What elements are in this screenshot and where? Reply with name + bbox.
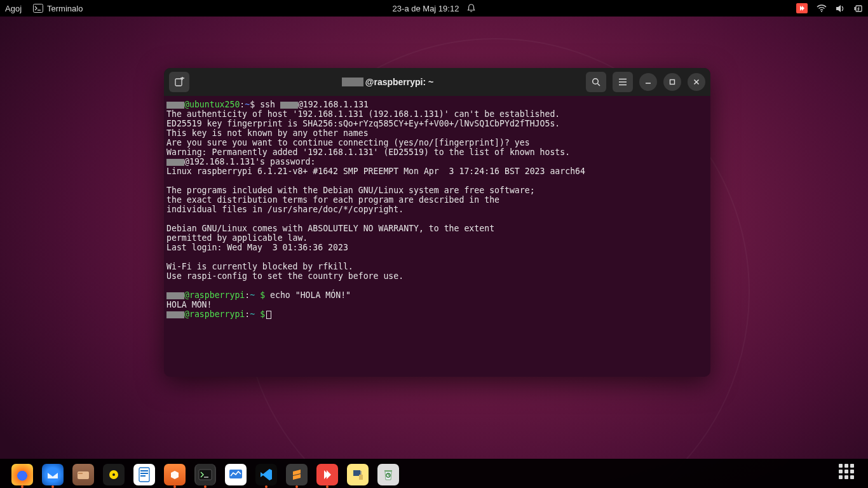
notification-bell-icon[interactable] [466,4,475,13]
rhythmbox-icon [103,464,125,485]
dock-item-software[interactable] [164,464,186,485]
clock[interactable]: 23-a de Maj 19:12 [393,4,459,13]
redacted-user [166,292,184,299]
anydesk-icon [316,464,338,485]
svg-rect-15 [670,80,675,85]
dock-item-firefox[interactable] [11,464,33,485]
cursor [266,311,271,319]
svg-rect-24 [140,473,148,474]
putty-icon [347,464,369,485]
running-indicator [21,485,24,488]
terminal-window: @raspberrypi: ~ @ubuntux250:~$ ssh @192.… [164,68,710,377]
svg-rect-30 [359,475,363,480]
svg-rect-19 [78,473,83,474]
svg-rect-6 [175,79,182,86]
minimize-icon [644,78,652,86]
dock [11,464,399,485]
thunderbird-icon [42,464,64,485]
app-menu-label: Terminalo [47,4,83,13]
running-indicator [173,485,176,488]
redacted-user [280,102,298,109]
new-tab-button[interactable] [169,72,189,92]
dock-item-putty[interactable] [347,464,369,485]
svg-rect-22 [139,468,149,482]
search-icon [592,78,601,87]
svg-rect-0 [34,4,43,13]
dock-item-thunderbird[interactable] [42,464,64,485]
dock-item-trash[interactable] [377,464,399,485]
files-icon [72,464,94,485]
svg-point-3 [821,11,822,12]
power-icon[interactable] [854,4,863,13]
terminal-icon [196,464,215,485]
hamburger-icon [618,78,627,86]
svg-rect-23 [140,470,148,471]
maximize-button[interactable] [663,73,681,91]
svg-point-21 [112,473,115,476]
terminal-icon [33,4,43,13]
sublime-icon [286,464,308,485]
dock-item-rhythmbox[interactable] [103,464,125,485]
running-indicator [295,485,298,488]
menu-button[interactable] [613,72,633,92]
running-indicator [51,485,54,488]
running-indicator [204,485,207,488]
minimize-button[interactable] [639,73,657,91]
dock-item-anydesk[interactable] [316,464,338,485]
activities-button[interactable]: Agoj [5,4,22,13]
dock-item-files[interactable] [72,464,94,485]
close-icon [693,78,700,86]
svg-rect-25 [140,475,146,477]
dock-item-terminal[interactable] [194,464,216,485]
svg-point-9 [592,78,598,84]
redacted-user [166,102,184,109]
volume-icon[interactable] [836,4,845,13]
svg-rect-31 [384,470,392,471]
window-titlebar[interactable]: @raspberrypi: ~ [164,68,710,96]
anydesk-status-icon[interactable] [796,3,808,13]
svg-rect-18 [78,471,89,479]
show-applications-button[interactable] [839,464,857,482]
dock-item-vscode[interactable] [255,464,277,485]
monitor-icon [225,464,247,485]
redacted-user [166,159,184,166]
writer-icon [133,464,155,485]
running-indicator [265,485,268,488]
search-button[interactable] [586,72,606,92]
vscode-icon [255,464,277,485]
window-title: @raspberrypi: ~ [194,77,581,87]
software-icon [164,464,186,485]
maximize-icon [668,78,676,86]
trash-icon [377,464,399,485]
dock-item-sublime[interactable] [286,464,308,485]
dock-item-writer[interactable] [133,464,155,485]
redacted-user [166,311,184,318]
top-bar: Agoj Terminalo 23-a de Maj 19:12 [0,0,868,17]
firefox-icon [11,464,33,485]
svg-rect-26 [199,470,212,480]
running-indicator [326,485,329,488]
close-button[interactable] [688,73,705,91]
app-menu[interactable]: Terminalo [33,4,83,13]
svg-rect-5 [855,7,856,10]
terminal-output[interactable]: @ubuntux250:~$ ssh @192.168.1.131 The au… [164,96,710,377]
dock-item-monitor[interactable] [225,464,247,485]
wifi-icon[interactable] [817,4,827,12]
svg-line-10 [597,83,600,86]
redacted-user [342,78,363,86]
